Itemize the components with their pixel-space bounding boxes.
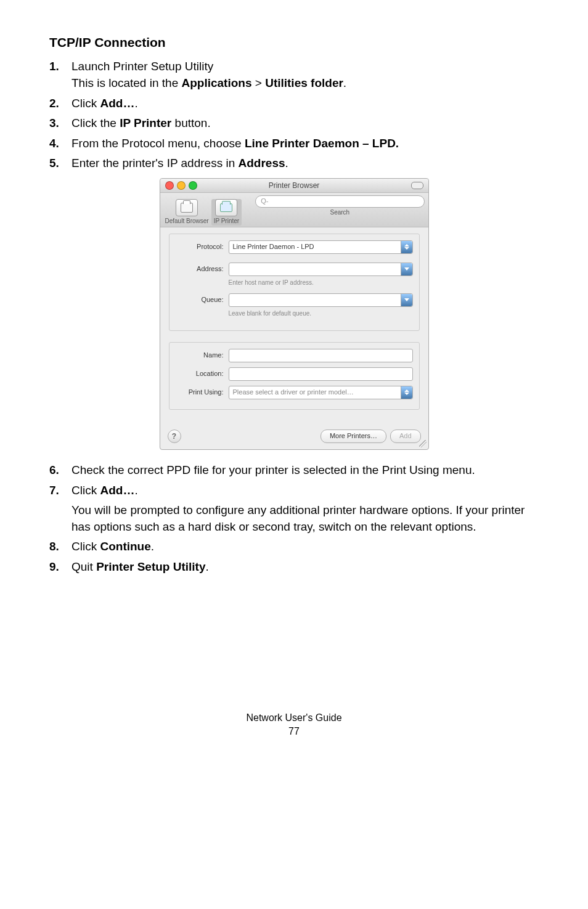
search-field[interactable]: Q- Search <box>255 195 424 217</box>
traffic-lights <box>165 181 197 190</box>
step-text: Check the correct PPD file for your prin… <box>71 463 475 476</box>
step-marker: 1. <box>49 59 59 75</box>
location-label: Location: <box>176 369 229 378</box>
step-3: 3. Click the IP Printer button. <box>49 115 539 132</box>
queue-row: Queue: <box>176 293 413 307</box>
toolbar-toggle-icon[interactable] <box>411 182 423 189</box>
button-row: ? More Printers… Add <box>160 426 428 449</box>
footer-page-number: 77 <box>49 725 539 738</box>
step-text: Launch Printer Setup Utility <box>71 60 213 73</box>
footer-guide: Network User's Guide <box>49 711 539 725</box>
window-title: Printer Browser <box>160 179 428 192</box>
step-1: 1. Launch Printer Setup Utility This is … <box>49 59 539 91</box>
step-marker: 3. <box>49 115 59 132</box>
print-using-value: Please select a driver or printer model… <box>233 388 354 397</box>
step-2: 2. Click Add…. <box>49 96 539 112</box>
default-browser-button[interactable]: Default Browser <box>164 199 210 226</box>
add-bold: Add… <box>100 484 134 497</box>
printer-section: Name: Location: Print Using: Please sele… <box>169 342 420 410</box>
ip-printer-bold: IP Printer <box>120 116 171 129</box>
window-titlebar: Printer Browser <box>160 179 428 193</box>
address-row: Address: <box>176 263 413 276</box>
search-label: Search <box>255 208 424 217</box>
chevron-down-icon[interactable] <box>401 263 412 275</box>
address-label: Address: <box>176 264 229 274</box>
page-footer: Network User's Guide 77 <box>49 711 539 739</box>
updown-icon[interactable] <box>401 386 412 399</box>
step-text: This is located in the <box>71 76 181 89</box>
ip-printer-button[interactable]: IP Printer <box>211 199 242 226</box>
section-heading: TCP/IP Connection <box>49 33 539 51</box>
step-5: 5. Enter the printer's IP address in Add… <box>49 155 539 172</box>
step-marker: 9. <box>49 559 59 576</box>
updown-icon[interactable] <box>401 241 412 253</box>
queue-label: Queue: <box>176 295 229 304</box>
address-bold: Address <box>238 157 285 169</box>
lpd-bold: Line Printer Daemon – LPD. <box>245 137 399 150</box>
close-icon[interactable] <box>165 181 174 190</box>
utilities-folder-bold: Utilities folder <box>265 76 343 89</box>
step-8: 8. Click Continue. <box>49 539 539 555</box>
minimize-icon[interactable] <box>177 181 186 190</box>
continue-bold: Continue <box>100 540 150 553</box>
search-input[interactable]: Q- <box>255 195 424 208</box>
print-using-label: Print Using: <box>176 388 229 397</box>
step-list: 1. Launch Printer Setup Utility This is … <box>49 59 539 172</box>
form-area: Protocol: Line Printer Daemon - LPD Addr… <box>160 227 428 426</box>
resize-grip-icon[interactable] <box>419 440 427 447</box>
add-bold: Add… <box>100 97 134 110</box>
protocol-label: Protocol: <box>176 242 229 251</box>
protocol-row: Protocol: Line Printer Daemon - LPD <box>176 240 413 254</box>
protocol-select[interactable]: Line Printer Daemon - LPD <box>229 240 413 254</box>
step-marker: 2. <box>49 96 59 112</box>
address-hint: Enter host name or IP address. <box>229 279 413 287</box>
help-button[interactable]: ? <box>168 430 181 443</box>
step-9: 9. Quit Printer Setup Utility. <box>49 559 539 576</box>
name-label: Name: <box>176 351 229 360</box>
step-7: 7. Click Add…. You will be prompted to c… <box>49 483 539 536</box>
toolbar-label: IP Printer <box>214 218 240 224</box>
applications-bold: Applications <box>181 76 251 89</box>
name-row: Name: <box>176 349 413 362</box>
step-6: 6. Check the correct PPD file for your p… <box>49 462 539 479</box>
queue-hint: Leave blank for default queue. <box>229 309 413 318</box>
printer-browser-window: Printer Browser Default Browser IP Print… <box>160 178 429 450</box>
step-text: You will be prompted to configure any ad… <box>71 502 539 535</box>
zoom-icon[interactable] <box>189 181 197 190</box>
step-list-2: 6. Check the correct PPD file for your p… <box>49 462 539 576</box>
print-using-select[interactable]: Please select a driver or printer model… <box>229 386 413 399</box>
add-button[interactable]: Add <box>390 430 421 442</box>
figure-wrapper: Printer Browser Default Browser IP Print… <box>49 178 539 450</box>
step-marker: 4. <box>49 136 59 152</box>
print-using-row: Print Using: Please select a driver or p… <box>176 386 413 399</box>
step-4: 4. From the Protocol menu, choose Line P… <box>49 136 539 152</box>
connection-section: Protocol: Line Printer Daemon - LPD Addr… <box>169 234 420 331</box>
printer-icon <box>176 199 198 216</box>
location-input[interactable] <box>229 367 413 381</box>
psu-bold: Printer Setup Utility <box>96 560 205 573</box>
step-marker: 8. <box>49 539 59 555</box>
toolbar-label: Default Browser <box>165 218 209 224</box>
protocol-value: Line Printer Daemon - LPD <box>233 242 314 251</box>
chevron-down-icon[interactable] <box>401 294 412 306</box>
window-toolbar: Default Browser IP Printer Q- Search <box>160 193 428 227</box>
location-row: Location: <box>176 367 413 381</box>
step-marker: 6. <box>49 462 59 479</box>
more-printers-button[interactable]: More Printers… <box>321 430 386 442</box>
step-marker: 7. <box>49 483 59 499</box>
search-icon: Q- <box>261 197 268 206</box>
name-input[interactable] <box>229 349 413 362</box>
step-marker: 5. <box>49 155 59 172</box>
queue-input[interactable] <box>229 293 413 307</box>
address-input[interactable] <box>229 263 413 276</box>
ip-printer-icon <box>215 199 237 216</box>
